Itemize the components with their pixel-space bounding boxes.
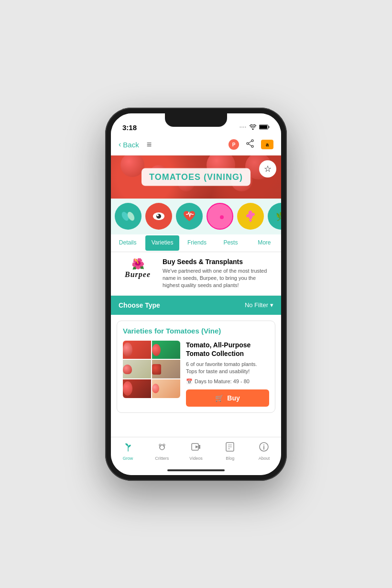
grow-icon (123, 442, 133, 455)
wifi-icon (250, 123, 256, 132)
svg-point-4 (251, 145, 253, 147)
hero-title: TOMATOES (VINING) (149, 172, 243, 181)
buy-label: Buy (227, 394, 240, 402)
signal-icon: ···· (240, 124, 247, 130)
svg-point-11 (157, 214, 159, 216)
blog-label: Blog (226, 456, 234, 461)
burpee-text: Buy Seeds & Transplants We've partnered … (163, 258, 273, 289)
product-row: Tomato, All-Purpose Tomato Collection 6 … (123, 341, 269, 407)
about-label: About (259, 456, 270, 461)
buy-button[interactable]: 🛒 Buy (186, 389, 269, 407)
burpee-section: 🌺 Burpee Buy Seeds & Transplants We've p… (111, 252, 281, 296)
hero-banner: TOMATOES (VINING) ☆ (111, 155, 281, 199)
tab-pests[interactable]: Pests (214, 234, 247, 252)
tab-about[interactable]: About (247, 437, 281, 466)
svg-line-5 (249, 141, 251, 143)
days-to-mature-text: Days to Mature: 49 - 80 (195, 378, 250, 384)
health-icon-eye[interactable] (145, 203, 172, 230)
product-image-6 (152, 379, 180, 398)
nav-right: P a (229, 139, 273, 150)
product-info: Tomato, All-Purpose Tomato Collection 6 … (186, 341, 269, 407)
back-chevron-icon: ‹ (119, 140, 121, 149)
battery-icon (259, 123, 270, 132)
filter-value-text: No Filter (245, 301, 268, 309)
tab-critters[interactable]: Critters (145, 437, 179, 466)
patreon-button[interactable]: P (229, 139, 239, 150)
videos-icon (191, 442, 201, 455)
phone-screen: 3:18 ···· (111, 113, 281, 475)
health-icons-row: 🌿 (111, 199, 281, 234)
hero-title-container: TOMATOES (VINING) (142, 168, 250, 186)
product-image-4 (152, 360, 180, 378)
hamburger-icon[interactable]: ≡ (147, 140, 152, 150)
nav-left: ‹ Back ≡ (119, 140, 152, 150)
health-icon-supplements[interactable] (115, 203, 142, 230)
back-label: Back (123, 141, 139, 149)
svg-line-6 (249, 144, 251, 146)
amazon-icon[interactable]: a (261, 140, 273, 149)
tab-friends[interactable]: Friends (180, 234, 214, 252)
product-image-1 (123, 341, 151, 359)
svg-point-2 (251, 140, 253, 142)
status-time: 3:18 (122, 123, 137, 132)
health-icon-pregnancy[interactable] (207, 203, 233, 230)
filter-type-label: Choose Type (119, 301, 160, 309)
status-icons: ···· (240, 123, 270, 132)
health-icon-heart[interactable] (176, 203, 203, 230)
svg-point-32 (263, 444, 264, 445)
star-icon: ☆ (264, 164, 272, 174)
calendar-icon: 📅 (186, 378, 193, 385)
svg-rect-24 (199, 445, 200, 447)
cart-icon: 🛒 (215, 394, 223, 402)
filter-chevron-icon: ▾ (270, 301, 273, 309)
svg-point-10 (156, 214, 161, 219)
product-image-5 (123, 379, 151, 398)
product-name: Tomato, All-Purpose Tomato Collection (186, 341, 269, 358)
critters-label: Critters (155, 456, 169, 461)
product-description: 6 of our favorite tomato plants. Tops fo… (186, 361, 269, 376)
critters-icon (157, 442, 167, 455)
about-icon (259, 442, 269, 455)
notch (165, 113, 227, 127)
share-icon[interactable] (246, 139, 254, 150)
phone-frame: 3:18 ···· (105, 108, 287, 481)
tab-details[interactable]: Details (111, 234, 144, 252)
product-image-3 (123, 360, 151, 378)
home-indicator (111, 466, 281, 475)
svg-point-3 (247, 143, 249, 144)
filter-value[interactable]: No Filter ▾ (245, 301, 273, 309)
varieties-card-title: Varieties for Tomatoes (Vine) (123, 327, 269, 335)
burpee-heading: Buy Seeds & Transplants (163, 258, 273, 266)
home-bar (167, 469, 225, 471)
burpee-description: We've partnered with one of the most tru… (163, 267, 273, 289)
days-to-mature: 📅 Days to Mature: 49 - 80 (186, 378, 269, 385)
tabs-row: Details Varieties Friends Pests More (111, 234, 281, 252)
svg-rect-25 (199, 447, 200, 449)
health-icon-cancer[interactable] (237, 203, 264, 230)
svg-rect-1 (260, 125, 267, 129)
svg-marker-23 (196, 445, 198, 448)
back-button[interactable]: ‹ Back (119, 140, 139, 149)
nav-bar: ‹ Back ≡ P (111, 134, 281, 155)
blog-icon (225, 442, 235, 455)
tab-grow[interactable]: Grow (111, 437, 145, 466)
filter-bar[interactable]: Choose Type No Filter ▾ (111, 296, 281, 315)
tab-blog[interactable]: Blog (213, 437, 247, 466)
burpee-logo-text: Burpee (125, 270, 151, 279)
tab-videos[interactable]: Videos (179, 437, 213, 466)
varieties-card: Varieties for Tomatoes (Vine) (117, 321, 275, 413)
burpee-logo: 🌺 Burpee (119, 258, 157, 279)
health-icon-extra[interactable]: 🌿 (268, 203, 281, 230)
bottom-tab-bar: Grow Critters (111, 437, 281, 466)
product-image-2 (152, 341, 180, 359)
videos-label: Videos (189, 456, 202, 461)
grow-label: Grow (123, 456, 133, 461)
tab-more[interactable]: More (248, 234, 281, 252)
svg-point-12 (220, 215, 224, 219)
tab-varieties[interactable]: Varieties (145, 235, 179, 251)
favorite-button[interactable]: ☆ (259, 160, 276, 178)
product-image-grid (123, 341, 180, 398)
content-scroll[interactable]: 🌺 Burpee Buy Seeds & Transplants We've p… (111, 252, 281, 437)
